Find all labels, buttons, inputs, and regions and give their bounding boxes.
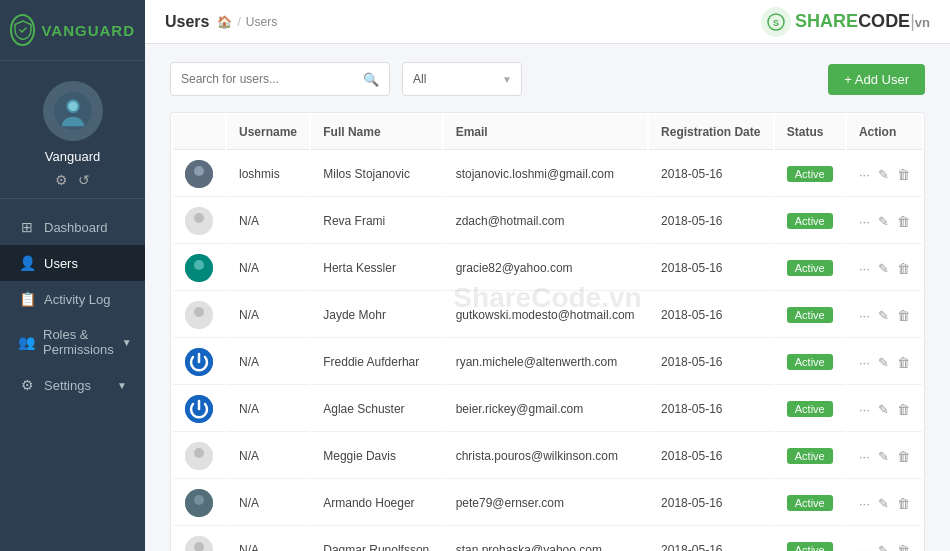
filter-select[interactable]: All Active Inactive [402, 62, 522, 96]
page-title: Users [165, 13, 209, 31]
edit-icon[interactable]: ✎ [878, 402, 889, 417]
cell-action: ··· ✎ 🗑 [847, 340, 922, 385]
status-badge: Active [787, 354, 833, 370]
more-icon[interactable]: ··· [859, 496, 870, 511]
cell-email: stan.prohaska@yahoo.com [444, 528, 647, 551]
action-icons: ··· ✎ 🗑 [859, 355, 910, 370]
cell-avatar [173, 293, 225, 338]
more-icon[interactable]: ··· [859, 308, 870, 323]
cell-status: Active [775, 481, 845, 526]
status-badge: Active [787, 307, 833, 323]
delete-icon[interactable]: 🗑 [897, 261, 910, 276]
cell-regdate: 2018-05-16 [649, 152, 773, 197]
cell-email: beier.rickey@gmail.com [444, 387, 647, 432]
more-icon[interactable]: ··· [859, 167, 870, 182]
cell-regdate: 2018-05-16 [649, 528, 773, 551]
more-icon[interactable]: ··· [859, 543, 870, 552]
col-status: Status [775, 115, 845, 150]
cell-regdate: 2018-05-16 [649, 434, 773, 479]
cell-action: ··· ✎ 🗑 [847, 152, 922, 197]
status-badge: Active [787, 448, 833, 464]
sidebar-item-dashboard[interactable]: ⊞ Dashboard [0, 209, 145, 245]
delete-icon[interactable]: 🗑 [897, 496, 910, 511]
search-input[interactable] [181, 72, 363, 86]
action-icons: ··· ✎ 🗑 [859, 496, 910, 511]
cell-fullname: Milos Stojanovic [311, 152, 441, 197]
search-box: 🔍 [170, 62, 390, 96]
edit-icon[interactable]: ✎ [878, 449, 889, 464]
edit-icon[interactable]: ✎ [878, 496, 889, 511]
cell-regdate: 2018-05-16 [649, 293, 773, 338]
delete-icon[interactable]: 🗑 [897, 402, 910, 417]
edit-icon[interactable]: ✎ [878, 543, 889, 552]
cell-username: N/A [227, 246, 309, 291]
col-avatar [173, 115, 225, 150]
refresh-icon[interactable]: ↺ [78, 172, 90, 188]
cell-email: gracie82@yahoo.com [444, 246, 647, 291]
col-regdate: Registration Date [649, 115, 773, 150]
delete-icon[interactable]: 🗑 [897, 449, 910, 464]
cell-avatar [173, 434, 225, 479]
sidebar-item-roles[interactable]: 👥 Roles & Permissions ▼ [0, 317, 145, 367]
sharecode-icon: S [761, 7, 791, 37]
sidebar-nav: ⊞ Dashboard 👤 Users 📋 Activity Log 👥 Rol… [0, 199, 145, 551]
more-icon[interactable]: ··· [859, 402, 870, 417]
sharecode-logo: S SHARECODE|vn [761, 7, 930, 37]
edit-icon[interactable]: ✎ [878, 261, 889, 276]
gear-icon[interactable]: ⚙ [55, 172, 68, 188]
sharecode-text: SHARECODE|vn [795, 11, 930, 32]
cell-action: ··· ✎ 🗑 [847, 199, 922, 244]
sidebar-item-label: Settings [44, 378, 91, 393]
users-table: Username Full Name Email Registration Da… [170, 112, 925, 551]
delete-icon[interactable]: 🗑 [897, 355, 910, 370]
edit-icon[interactable]: ✎ [878, 308, 889, 323]
table-row: N/A Aglae Schuster beier.rickey@gmail.co… [173, 387, 922, 432]
more-icon[interactable]: ··· [859, 214, 870, 229]
edit-icon[interactable]: ✎ [878, 167, 889, 182]
status-badge: Active [787, 213, 833, 229]
edit-icon[interactable]: ✎ [878, 214, 889, 229]
content-area: ShareCode.vn 🔍 All Active Inactive + Add… [145, 44, 950, 551]
action-icons: ··· ✎ 🗑 [859, 543, 910, 552]
add-user-button[interactable]: + Add User [828, 64, 925, 95]
cell-action: ··· ✎ 🗑 [847, 293, 922, 338]
more-icon[interactable]: ··· [859, 449, 870, 464]
svg-point-4 [194, 166, 204, 176]
action-icons: ··· ✎ 🗑 [859, 261, 910, 276]
sidebar-item-settings[interactable]: ⚙ Settings ▼ [0, 367, 145, 403]
cell-fullname: Freddie Aufderhar [311, 340, 441, 385]
cell-fullname: Aglae Schuster [311, 387, 441, 432]
cell-avatar [173, 528, 225, 551]
topbar-left: Users 🏠 / Users [165, 13, 277, 31]
cell-username: N/A [227, 481, 309, 526]
sidebar-item-label: Users [44, 256, 78, 271]
sidebar-user-section: Vanguard ⚙ ↺ [0, 61, 145, 199]
delete-icon[interactable]: 🗑 [897, 308, 910, 323]
filter-wrapper: All Active Inactive [402, 62, 522, 96]
delete-icon[interactable]: 🗑 [897, 167, 910, 182]
edit-icon[interactable]: ✎ [878, 355, 889, 370]
sidebar-item-label: Activity Log [44, 292, 110, 307]
cell-username: N/A [227, 387, 309, 432]
more-icon[interactable]: ··· [859, 261, 870, 276]
sidebar: VANGUARD Vanguard ⚙ ↺ ⊞ Dashboard 👤 User… [0, 0, 145, 551]
table-row: N/A Dagmar Runolfsson stan.prohaska@yaho… [173, 528, 922, 551]
cell-regdate: 2018-05-16 [649, 387, 773, 432]
search-icon: 🔍 [363, 72, 379, 87]
cell-regdate: 2018-05-16 [649, 199, 773, 244]
sidebar-item-users[interactable]: 👤 Users [0, 245, 145, 281]
cell-avatar [173, 152, 225, 197]
status-badge: Active [787, 260, 833, 276]
table-body: loshmis Milos Stojanovic stojanovic.losh… [173, 152, 922, 551]
table-row: N/A Herta Kessler gracie82@yahoo.com 201… [173, 246, 922, 291]
cell-status: Active [775, 340, 845, 385]
delete-icon[interactable]: 🗑 [897, 543, 910, 552]
table-row: N/A Jayde Mohr gutkowski.modesto@hotmail… [173, 293, 922, 338]
sidebar-item-activity-log[interactable]: 📋 Activity Log [0, 281, 145, 317]
cell-regdate: 2018-05-16 [649, 481, 773, 526]
users-icon: 👤 [18, 255, 36, 271]
delete-icon[interactable]: 🗑 [897, 214, 910, 229]
more-icon[interactable]: ··· [859, 355, 870, 370]
main-area: Users 🏠 / Users S SHARECODE|vn ShareCode… [145, 0, 950, 551]
svg-point-10 [194, 307, 204, 317]
